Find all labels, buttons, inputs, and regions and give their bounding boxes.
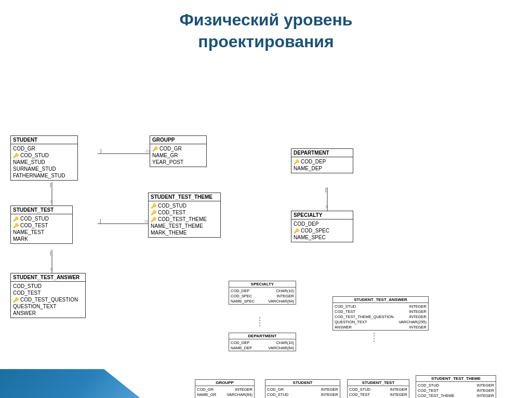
department-table: DEPARTMENT 🔑COD_DEP NAME_DEP <box>291 148 353 173</box>
svg-text:○: ○ <box>325 204 328 209</box>
student-test-answer-table: STUDENT_TEST_ANSWER COD_STUD COD_TEST 🔑C… <box>10 273 86 318</box>
groupp-table-header: GROUPP <box>150 136 206 144</box>
svg-text:○: ○ <box>50 266 52 271</box>
department-table-header: DEPARTMENT <box>291 149 353 157</box>
student-test-table: STUDENT_TEST 🔑COD_STUD 🔑COD_TEST NAME_TE… <box>10 205 73 244</box>
background-decoration <box>0 369 156 398</box>
student-test-answer-header: STUDENT_TEST_ANSWER <box>11 273 85 282</box>
svg-text:|: | <box>50 182 51 187</box>
svg-text:|: | <box>325 187 326 193</box>
svg-text:|: | <box>50 251 51 256</box>
groupp-detail-table: GROUPP COD_GRINTEGER NAME_GRVARCHAR(64) … <box>195 379 255 398</box>
page-title: Физический уровеньпроектирования <box>0 0 532 58</box>
specialty-detail-table: SPECIALTY COD_DEPCHAR(10) COD_SPECINTEGE… <box>229 281 296 305</box>
department-detail-table: DEPARTMENT COD_DEPCHAR(10) NAME_DEPVARCH… <box>229 333 296 351</box>
student-table: STUDENT COD_GR 🔑COD_STUD NAME_STUD SURNA… <box>10 135 78 181</box>
student-test-theme-header: STUDENT_TEST_THEME <box>149 193 220 201</box>
svg-text:|: | <box>100 218 101 224</box>
groupp-table: GROUPP 🔑COD_GR NAME_GR YEAR_POST <box>150 135 207 167</box>
student-detail-table: STUDENT COD_GRINTEGER COD_STUDINTEGER NA… <box>265 379 340 398</box>
student-test-theme-table: STUDENT_TEST_THEME 🔑COD_STUD 🔑COD_TEST 🔑… <box>148 193 221 238</box>
student-test-theme-detail-table: STUDENT_TEST_THEME COD_STUDINTEGER COD_T… <box>416 375 496 398</box>
student-test-header: STUDENT_TEST <box>11 206 72 214</box>
student-table-header: STUDENT <box>11 136 77 144</box>
diagram-area: ○○ | | ○ ○○ | | ○ | ○ <box>0 58 532 398</box>
student-test-answer-detail-table: STUDENT_TEST_ANSWER COD_STUDINTEGER COD_… <box>332 296 429 331</box>
svg-text:○: ○ <box>50 199 52 204</box>
student-test-detail-table: STUDENT_TEST COD_STUDINTEGER COD_TESTINT… <box>347 379 409 398</box>
svg-text:|: | <box>100 148 101 154</box>
specialty-table: SPECIALTY COD_DEP 🔑COD_SPEC NAME_SPEC <box>291 211 353 242</box>
specialty-table-header: SPECIALTY <box>291 211 353 219</box>
